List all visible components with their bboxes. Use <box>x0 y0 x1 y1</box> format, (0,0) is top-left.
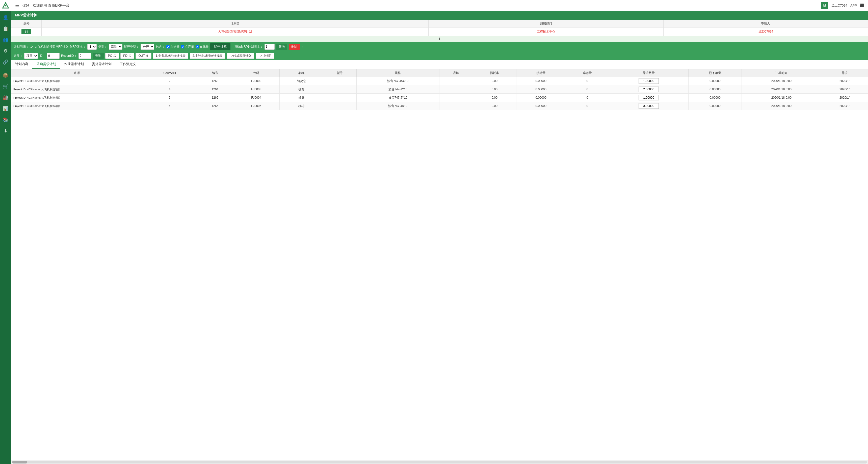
cell-spec: 波音747-JY10 <box>356 85 439 94</box>
id-input[interactable] <box>47 53 60 59</box>
record-id-input[interactable] <box>79 53 91 59</box>
menu-icon[interactable]: ☰ <box>15 3 19 8</box>
col-id: 编号 <box>11 20 42 28</box>
add-mrp-version-label: （增加MRP计划版本： <box>232 45 263 49</box>
scrollbar-thumb[interactable] <box>12 461 27 464</box>
delete-btn[interactable]: 删除 <box>289 44 300 50</box>
demand-input[interactable] <box>639 87 659 92</box>
check-in-transit[interactable]: 在途量 <box>166 45 180 49</box>
plan-detail-label: 计划明细： <box>13 45 29 49</box>
toolbar-area: 计划明细： 14 大飞机制造项目MRP计划 MRP版本： 1 类型： 活动 展开… <box>11 42 868 52</box>
topbar-logout-btn[interactable]: ⬛ <box>860 3 864 7</box>
sidebar-item-book[interactable]: 📚 <box>0 114 11 125</box>
condition-label: 条件： <box>13 54 23 58</box>
gantt-btn[interactable]: -->甘特图 <box>256 53 274 59</box>
new-btn[interactable]: 新增 <box>276 44 287 50</box>
cell-loss-rate: 0.00 <box>473 102 516 110</box>
sidebar: 👤 📋 👥 ⚙ 🔗 📦 🛒 🏭 📊 📚 ⬇ <box>0 0 11 464</box>
info-applicant: 员工C7094 <box>663 28 868 36</box>
demand-input[interactable] <box>639 95 659 100</box>
report2-btn[interactable]: 2.主计划材料统计报表 <box>190 53 225 59</box>
cell-source: Project:ID: 403 Name: 大飞机制造项目 <box>11 94 142 102</box>
mrp-version-select[interactable]: 1 <box>87 44 97 50</box>
col-source: 来源 <box>11 69 142 77</box>
out-btn[interactable]: OUT 🖨 <box>135 53 151 59</box>
mrp-version-label: MRP版本： <box>70 45 86 49</box>
sidebar-item-download[interactable]: ⬇ <box>0 125 11 136</box>
cell-brand <box>439 94 473 102</box>
topbar: ☰ 你好，欢迎使用 泰顶ERP平台 M 员工C7094 APP ⬛ <box>11 0 868 11</box>
query-btn[interactable]: 查询 <box>93 53 104 59</box>
col-need: 需求 <box>821 69 868 77</box>
cell-ordered: 0.00000 <box>688 94 742 102</box>
add-mrp-version-input[interactable] <box>265 44 275 50</box>
cell-need: 2020/1/ <box>821 85 868 94</box>
expand-calc-btn[interactable]: 展开计算 <box>210 43 230 50</box>
col-applicant: 申请人 <box>663 20 868 28</box>
demand-input[interactable] <box>639 78 659 84</box>
table-row: Project:ID: 403 Name: 大飞机制造项目 6 1266 FJ0… <box>11 102 868 110</box>
data-table: 来源 SourceID 编号 代码 名称 型号 规格 品牌 损耗率 损耗量 库存… <box>11 69 868 110</box>
expand-type-select[interactable]: 分开 <box>141 44 154 50</box>
cell-ordered: 0.00000 <box>688 102 742 110</box>
cell-ordered: 0.00000 <box>688 85 742 94</box>
col-model: 型号 <box>323 69 356 77</box>
col-stock: 库存量 <box>566 69 609 77</box>
page-header: MRP需求计算 <box>11 11 868 20</box>
logo[interactable] <box>0 0 11 11</box>
cell-order-time: 2020/1/18 0:00 <box>742 102 821 110</box>
cell-name: 机轮 <box>280 102 323 110</box>
tab-work-plan[interactable]: 作业需求计划 <box>60 60 88 69</box>
info-table: 编号 计划名 归属部门 申请人 14 大飞机制造项目MRP计划 工程技术中心 <box>11 20 868 36</box>
cell-spec: 波音747-JSC10 <box>356 77 439 85</box>
tab-workflow[interactable]: 工作流定义 <box>116 60 140 69</box>
sidebar-item-cart[interactable]: 🛒 <box>0 81 11 92</box>
sidebar-item-settings[interactable]: ⚙ <box>0 45 11 57</box>
info-department: 工程技术中心 <box>428 28 663 36</box>
demand-input[interactable] <box>639 103 659 109</box>
cell-name: 机翼 <box>280 85 323 94</box>
cell-source-id: 2 <box>142 77 197 85</box>
cell-loss-rate: 0.00 <box>473 85 516 94</box>
sidebar-item-chart[interactable]: 📊 <box>0 103 11 114</box>
cell-spec: 波音747-JR10 <box>356 102 439 110</box>
col-brand: 品牌 <box>439 69 473 77</box>
cell-code: FJ0003 <box>233 85 280 94</box>
sidebar-item-user[interactable]: 👤 <box>0 12 11 23</box>
scrollbar-track[interactable] <box>12 461 867 464</box>
info-row: 14 大飞机制造项目MRP计划 工程技术中心 员工C7094 <box>11 28 868 36</box>
sidebar-item-link[interactable]: 🔗 <box>0 57 11 68</box>
cell-code: FJ0002 <box>233 77 280 85</box>
cell-model <box>323 77 356 85</box>
info-plan-name: 大飞机制造项目MRP计划 <box>42 28 429 36</box>
sidebar-item-factory[interactable]: 🏭 <box>0 92 11 103</box>
scrollbar-area[interactable] <box>11 460 868 464</box>
tab-plan-content[interactable]: 计划内容 <box>11 60 32 69</box>
convert-btn[interactable]: -->转成项目计划 <box>227 53 254 59</box>
check-online[interactable]: 在线量 <box>196 45 209 49</box>
topbar-app-btn[interactable]: APP <box>850 3 857 7</box>
tab-outsource-plan[interactable]: 委外需求计划 <box>88 60 116 69</box>
check-in-production[interactable]: 在产量 <box>181 45 194 49</box>
sidebar-item-group[interactable]: 👥 <box>0 34 11 45</box>
cell-need: 2020/1/ <box>821 102 868 110</box>
cell-loss-qty: 0.00000 <box>516 94 566 102</box>
condition-select[interactable]: 项目 <box>24 53 38 59</box>
table-row: Project:ID: 403 Name: 大飞机制造项目 4 1264 FJ0… <box>11 85 868 94</box>
report1-btn[interactable]: 1.业务单材料统计报表 <box>153 53 188 59</box>
col-source-id: SourceID <box>142 69 197 77</box>
cell-loss-rate: 0.00 <box>473 94 516 102</box>
sidebar-divider-1 <box>2 69 9 69</box>
po-btn[interactable]: PO 🖨 <box>105 53 119 59</box>
close-paren: ） <box>301 45 304 49</box>
sidebar-item-document[interactable]: 📋 <box>0 23 11 34</box>
tab-purchase-plan[interactable]: 采购需求计划 <box>32 60 60 69</box>
sidebar-item-package[interactable]: 📦 <box>0 70 11 81</box>
col-num: 编号 <box>197 69 233 77</box>
pd-btn[interactable]: PD 🖨 <box>120 53 134 59</box>
tabs-area: 计划内容 采购需求计划 作业需求计划 委外需求计划 工作流定义 <box>11 60 868 69</box>
type-select[interactable]: 活动 <box>109 44 122 50</box>
topbar-user: 员工C7094 <box>831 3 847 8</box>
page-title: MRP需求计算 <box>15 13 37 17</box>
table-header-row: 来源 SourceID 编号 代码 名称 型号 规格 品牌 损耗率 损耗量 库存… <box>11 69 868 77</box>
